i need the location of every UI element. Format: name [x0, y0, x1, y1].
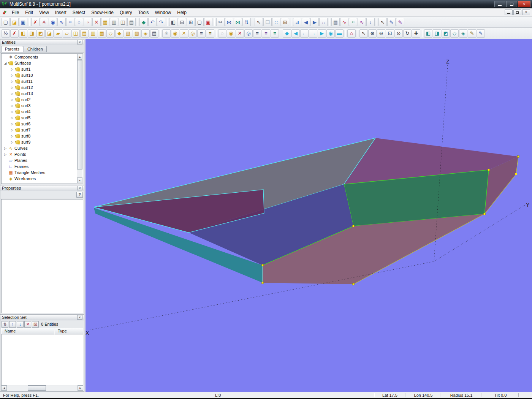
tangent-pen-button[interactable]: ✎ — [396, 18, 404, 26]
open-document-button[interactable]: ◪ — [10, 18, 19, 26]
insert-table-button[interactable]: ▦ — [101, 18, 109, 26]
tree-item-surf4[interactable]: ▷surf4 — [2, 109, 77, 115]
view-front-button[interactable]: ◧ — [424, 29, 432, 38]
tab-children[interactable]: Children — [24, 46, 47, 52]
clear-marks-button[interactable]: ☒ — [32, 321, 39, 328]
expand-icon[interactable]: ▷ — [10, 104, 14, 108]
menu-edit[interactable]: Edit — [22, 9, 36, 16]
nav-pill-button[interactable]: ▬ — [335, 29, 344, 38]
expand-icon[interactable]: ▷ — [10, 74, 14, 77]
control-point-marker[interactable] — [518, 156, 519, 158]
refresh-view-button[interactable]: ↻ — [403, 29, 412, 38]
tree-item-surf10[interactable]: ▷surf10 — [2, 72, 77, 78]
tree-item-surf6[interactable]: ▷surf6 — [2, 121, 77, 127]
insert-column-button[interactable]: ▥ — [110, 18, 118, 26]
insert-net-button[interactable]: ✕ — [92, 18, 101, 26]
maximize-button[interactable] — [506, 1, 517, 7]
select-pointer-button[interactable]: ↖ — [255, 18, 263, 26]
expand-icon[interactable]: ▷ — [10, 135, 14, 138]
nav-forward-button[interactable]: ▶ — [318, 29, 326, 38]
zoom-in-button[interactable]: ⊕ — [368, 29, 377, 38]
surface-tool-6-button[interactable]: ▱ — [63, 29, 71, 38]
redo-button[interactable]: ↷ — [157, 18, 165, 26]
nudge-left-button[interactable]: ◀ — [302, 18, 310, 26]
snap-grid-button[interactable]: ⊞ — [281, 18, 289, 26]
nav-diamond-button[interactable]: ◆ — [283, 29, 291, 38]
surface-tool-11-button[interactable]: ◇ — [106, 29, 115, 38]
drop-marker-button[interactable]: ◆ — [139, 18, 148, 26]
expand-icon[interactable]: ▷ — [10, 92, 14, 95]
window-close-button[interactable]: ▣ — [204, 18, 212, 26]
blend-curve-button[interactable]: ∿ — [358, 18, 366, 26]
tree-item-surf5[interactable]: ▷surf5 — [2, 115, 77, 121]
window-new-button[interactable]: ▢ — [195, 18, 204, 26]
nav-back-button[interactable]: ◀ — [291, 29, 300, 38]
control-point-marker[interactable] — [515, 173, 517, 175]
query-pointer-button[interactable]: ✎ — [477, 29, 485, 38]
bulb-list-1-button[interactable]: ≡ — [253, 29, 261, 38]
expand-icon[interactable]: ▷ — [10, 68, 14, 71]
surface-tool-2-button[interactable]: ◨ — [28, 29, 36, 38]
control-point-marker[interactable] — [262, 282, 264, 284]
surface-tool-7-button[interactable]: ◫ — [71, 29, 80, 38]
fit-curve-button[interactable]: ∿ — [340, 18, 348, 26]
lamp-list-1-button[interactable]: ≡ — [197, 29, 206, 38]
menu-query[interactable]: Query — [117, 9, 135, 16]
surface-tool-1-button[interactable]: ◧ — [19, 29, 27, 38]
nav-right-button[interactable]: → — [309, 29, 317, 38]
stretch-button[interactable]: ↔ — [319, 18, 328, 26]
expand-icon[interactable]: ▷ — [10, 98, 14, 101]
scroll-thumb[interactable] — [77, 60, 82, 169]
annotate-pen-button[interactable]: ✎ — [468, 29, 476, 38]
tree-item-curves[interactable]: ▷∿Curves — [2, 145, 77, 151]
3d-viewport[interactable]: ZYX — [86, 39, 532, 392]
properties-close-button[interactable]: × — [77, 186, 82, 190]
menu-help[interactable]: Help — [174, 9, 190, 16]
tree-item-surf1[interactable]: ▷surf1 — [2, 66, 77, 72]
mdi-restore-button[interactable] — [513, 10, 521, 15]
tree-item-frames[interactable]: ∟Frames — [2, 163, 77, 169]
insert-circle-button[interactable]: ○ — [75, 18, 83, 26]
expand-icon[interactable]: ▷ — [10, 86, 14, 89]
tree-item-wireframes[interactable]: ◈Wireframes — [2, 176, 77, 182]
remove-entity-button[interactable]: ✕ — [24, 321, 31, 328]
control-point-marker[interactable] — [488, 169, 490, 171]
lamp-point-button[interactable]: ◉ — [171, 29, 179, 38]
pan-view-button[interactable]: ✚ — [412, 29, 420, 38]
tree-item-surf9[interactable]: ▷surf9 — [2, 139, 77, 145]
lamp-cross-button[interactable]: ✕ — [180, 29, 188, 38]
home-view-button[interactable]: ⌂ — [347, 29, 356, 38]
undo-button[interactable]: ↶ — [148, 18, 157, 26]
close-button[interactable]: × — [518, 1, 530, 7]
scroll-right-button[interactable]: ▶ — [78, 385, 83, 391]
expand-icon[interactable]: ▷ — [3, 147, 7, 150]
hscroll-thumb[interactable] — [28, 385, 46, 391]
menu-select[interactable]: Select — [70, 9, 88, 16]
nav-eye-button[interactable]: ◉ — [326, 29, 335, 38]
model-canvas[interactable]: ZYX — [86, 39, 532, 392]
delete-entity-button[interactable]: ✗ — [31, 18, 40, 26]
control-point-marker[interactable] — [484, 213, 486, 215]
expand-icon[interactable]: ▷ — [10, 80, 14, 83]
tree-item-triangle-meshes[interactable]: ▦Triangle Meshes — [2, 169, 77, 176]
display-half-button[interactable]: ½ — [2, 29, 10, 38]
insert-curve-button[interactable]: ∿ — [57, 18, 66, 26]
selection-hscrollbar[interactable]: ◀ ▶ — [1, 385, 83, 391]
join-surfaces-button[interactable]: ⋈ — [234, 18, 242, 26]
reorder-list-button[interactable]: ⇅ — [2, 321, 8, 328]
mdi-close-button[interactable]: × — [522, 10, 530, 15]
bulb-query-button[interactable]: ◎ — [244, 29, 253, 38]
insert-text-button[interactable]: ▤ — [127, 18, 136, 26]
insert-snake-button[interactable]: ≈ — [66, 18, 74, 26]
tree-item-surf13[interactable]: ▷surf13 — [2, 90, 77, 97]
tree-item-surfaces[interactable]: ◢Surfaces — [2, 60, 77, 66]
column-header-type[interactable]: Type — [54, 328, 83, 334]
menu-file[interactable]: File — [9, 9, 22, 16]
show-grid-button[interactable]: ▦ — [331, 18, 340, 26]
control-point-marker[interactable] — [353, 225, 355, 227]
entities-close-button[interactable]: × — [77, 40, 82, 44]
join-edges-button[interactable]: ⋈ — [225, 18, 233, 26]
control-point-marker[interactable] — [262, 264, 264, 266]
surface-tool-10-button[interactable]: ▦ — [98, 29, 106, 38]
expand-icon[interactable]: ▷ — [10, 128, 14, 132]
